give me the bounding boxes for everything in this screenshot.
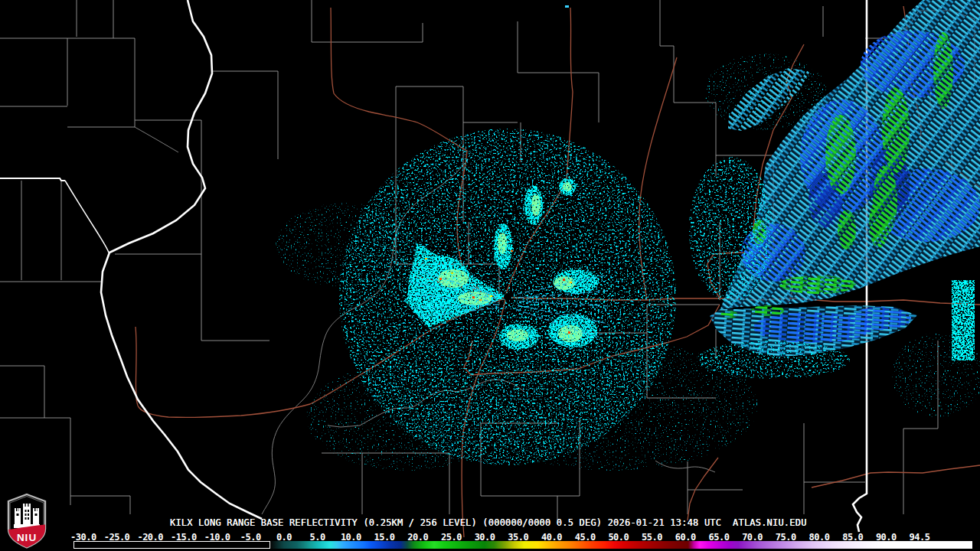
radar-display: KILX LONG RANGE BASE REFLECTIVITY (0.25K… bbox=[0, 0, 980, 551]
niu-logo-text: NIU bbox=[17, 532, 37, 543]
colorbar-gradient bbox=[270, 541, 972, 549]
storm-right-edge-strip bbox=[952, 280, 975, 360]
product-title: KILX LONG RANGE BASE REFLECTIVITY (0.25K… bbox=[170, 517, 807, 528]
radar-site bbox=[504, 293, 511, 301]
niu-logo: NIU bbox=[5, 493, 49, 549]
radar-map bbox=[0, 0, 980, 551]
colorbar-nodata-box bbox=[74, 541, 270, 549]
